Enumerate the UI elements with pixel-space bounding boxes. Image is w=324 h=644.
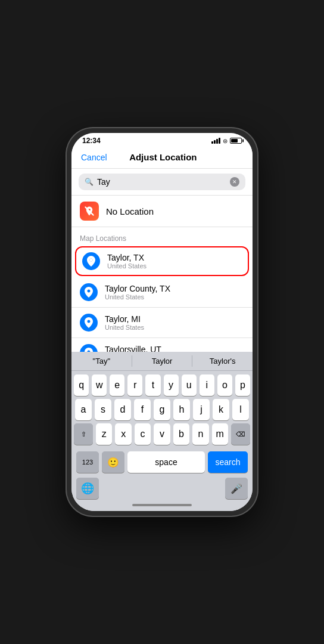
no-location-label: No Location [106, 206, 154, 216]
key-e[interactable]: e [110, 374, 124, 396]
location-name: Taylor, TX [107, 253, 242, 262]
keyboard-rows: q w e r t y u i o p a s d f g [71, 371, 253, 449]
space-key[interactable]: space [127, 451, 205, 473]
key-p[interactable]: p [235, 374, 250, 396]
status-icons: ⊜ [211, 138, 242, 144]
key-k[interactable]: k [213, 399, 229, 420]
cancel-button[interactable]: Cancel [81, 153, 107, 162]
key-s[interactable]: s [95, 399, 111, 420]
location-pin-icon-3 [80, 314, 98, 332]
location-info-2: Taylor County, TX United States [105, 284, 244, 301]
location-pin-icon [82, 252, 100, 270]
wifi-icon: ⊜ [223, 138, 228, 144]
search-key[interactable]: search [208, 451, 248, 473]
location-row-taylor-tx[interactable]: Taylor, TX United States [75, 246, 249, 276]
key-g[interactable]: g [154, 399, 170, 420]
no-location-row[interactable]: No Location [71, 196, 253, 227]
status-time: 12:34 [82, 137, 101, 145]
globe-icon-key[interactable]: 🌐 [76, 478, 99, 499]
key-u[interactable]: u [182, 374, 197, 396]
battery-icon [230, 138, 242, 144]
section-header-map-locations: Map Locations [71, 227, 253, 245]
no-location-icon [80, 202, 99, 221]
phone-screen: 12:34 ⊜ Cancel Adjust Location [71, 133, 253, 511]
page-title: Adjust Location [129, 152, 197, 162]
shift-key[interactable]: ⇧ [74, 423, 93, 445]
location-pin-icon-4 [80, 344, 98, 352]
numbers-key[interactable]: 123 [76, 451, 99, 473]
suggestion-tay[interactable]: "Tay" [71, 355, 132, 367]
keyboard: "Tay" Taylor Taylor's q w e r t y u i o … [71, 352, 253, 511]
key-f[interactable]: f [134, 399, 151, 420]
key-y[interactable]: y [164, 374, 179, 396]
search-icon: 🔍 [85, 178, 94, 186]
suggestion-taylors[interactable]: Taylor's [192, 355, 253, 367]
key-z[interactable]: z [96, 423, 112, 445]
key-a[interactable]: a [75, 399, 92, 420]
mic-icon-key[interactable]: 🎤 [225, 478, 248, 499]
location-sub-2: United States [105, 293, 244, 301]
key-row-1: q w e r t y u i o p [74, 374, 250, 396]
search-input[interactable]: Tay [97, 177, 226, 187]
location-row-taylor-mi[interactable]: Taylor, MI United States [71, 308, 253, 338]
location-row-taylor-county-tx[interactable]: Taylor County, TX United States [71, 277, 253, 308]
search-clear-button[interactable]: ✕ [230, 177, 239, 187]
svg-point-2 [90, 259, 93, 262]
phone-frame: 12:34 ⊜ Cancel Adjust Location [67, 128, 257, 516]
backspace-key[interactable]: ⌫ [231, 423, 250, 445]
home-indicator [132, 504, 192, 506]
key-i[interactable]: i [200, 374, 214, 396]
location-name-4: Taylorsville, UT [105, 345, 244, 352]
key-x[interactable]: x [115, 423, 131, 445]
keyboard-bottom-row: 123 🙂 space search [71, 449, 253, 478]
key-r[interactable]: r [127, 374, 142, 396]
suggestion-taylor[interactable]: Taylor [132, 355, 193, 367]
key-q[interactable]: q [74, 374, 89, 396]
location-sub-3: United States [105, 324, 244, 331]
search-bar[interactable]: 🔍 Tay ✕ [79, 174, 245, 190]
key-d[interactable]: d [114, 399, 131, 420]
location-info-3: Taylor, MI United States [105, 314, 244, 331]
key-t[interactable]: t [145, 374, 160, 396]
key-row-3: ⇧ z x c v b n m ⌫ [74, 423, 250, 445]
key-o[interactable]: o [217, 374, 232, 396]
key-j[interactable]: j [193, 399, 210, 420]
keyboard-accessory-row: 🌐 🎤 [71, 478, 253, 501]
keyboard-suggestions: "Tay" Taylor Taylor's [71, 352, 253, 371]
emoji-key[interactable]: 🙂 [102, 451, 124, 473]
location-sub: United States [107, 262, 242, 270]
location-pin-icon-2 [80, 283, 98, 301]
search-container: 🔍 Tay ✕ [71, 169, 253, 196]
key-m[interactable]: m [212, 423, 228, 445]
location-info: Taylor, TX United States [107, 253, 242, 270]
key-v[interactable]: v [154, 423, 170, 445]
nav-bar: Cancel Adjust Location [71, 147, 253, 169]
key-c[interactable]: c [135, 423, 151, 445]
content-area: No Location Map Locations Taylor, TX Uni… [71, 196, 253, 352]
location-row-taylorsville[interactable]: Taylorsville, UT United States [71, 338, 253, 352]
key-w[interactable]: w [92, 374, 107, 396]
key-b[interactable]: b [173, 423, 189, 445]
location-info-4: Taylorsville, UT United States [105, 345, 244, 352]
key-h[interactable]: h [173, 399, 190, 420]
key-row-2: a s d f g h j k l [74, 399, 250, 420]
key-l[interactable]: l [232, 399, 249, 420]
signal-icon [211, 138, 220, 144]
status-bar: 12:34 ⊜ [71, 133, 253, 147]
home-bar [71, 501, 253, 511]
key-n[interactable]: n [192, 423, 208, 445]
location-name-2: Taylor County, TX [105, 284, 244, 293]
location-name-3: Taylor, MI [105, 314, 244, 324]
